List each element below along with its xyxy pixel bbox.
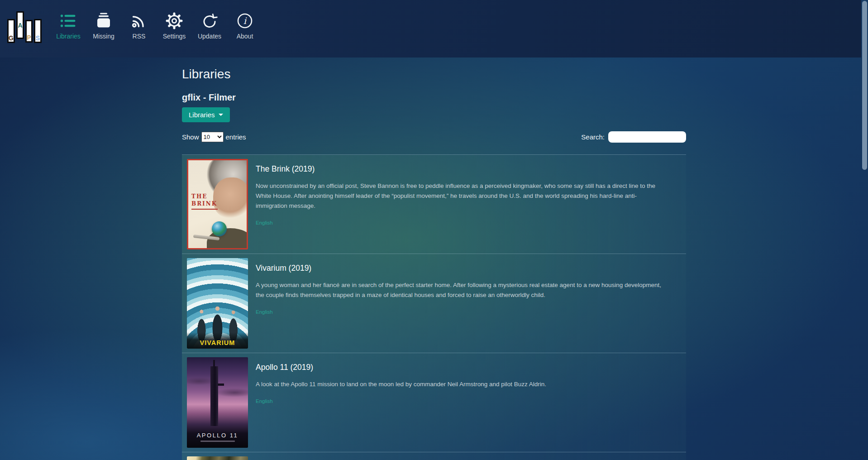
list-icon [59,11,77,30]
apollo-11-poster: APOLLO 11 [187,357,248,448]
library-subtitle: gflix - Filmer [182,92,686,103]
partial-movie-poster [187,456,248,460]
movie-info: Apollo 11 (2019) A look at the Apollo 11… [256,357,546,448]
logo-letter-s: S [34,19,42,43]
movie-title: The Brink (2019) [256,164,665,174]
info-circle-icon: i [236,11,254,30]
caret-down-icon [219,114,223,116]
movie-language: English [256,398,546,404]
poster-art-globe [212,221,227,236]
svg-text:i: i [243,15,247,26]
content-area: Libraries gflix - Filmer Libraries Show … [182,67,686,460]
logo-letter-p: P [25,20,33,43]
search-input[interactable] [608,131,686,143]
poster-art-caption-line [200,441,235,442]
movie-info: The Brink (2019) Now unconstrained by an… [256,159,665,249]
libraries-dropdown-label: Libraries [189,111,215,119]
page-length-select[interactable]: 10 [201,132,224,142]
search-control: Search: [581,131,686,143]
logo-letter-g: G [7,19,15,43]
movie-row-partial[interactable] [182,452,686,460]
movie-title: Apollo 11 (2019) [256,363,546,372]
refresh-icon [200,11,219,30]
nav-item-libraries[interactable]: Libraries [51,6,86,40]
movie-language: English [256,309,665,315]
nav-item-settings[interactable]: Settings [157,6,192,40]
poster-art-spire [213,360,215,367]
nav-label: Updates [198,33,221,40]
poster-art-launch-tower [210,366,218,426]
scrollbar-thumb[interactable] [862,1,867,170]
poster-title-text: THE BRINK [191,193,218,210]
page-title: Libraries [182,67,686,81]
nav-label: RSS [133,33,146,40]
movie-title: Vivarium (2019) [256,264,665,273]
nav-item-updates[interactable]: Updates [192,6,227,40]
movie-language: English [256,220,665,225]
poster-art-face [213,177,248,219]
top-navbar: G A P S Libraries [0,0,861,58]
nav-label: About [237,33,253,40]
main-nav: Libraries Missing [51,6,262,40]
movie-row-vivarium[interactable]: VIVARIUM Vivarium (2019) A young woman a… [182,254,686,353]
scrollbar-track[interactable] [861,0,868,460]
library-movie-table: THE BRINK The Brink (2019) Now unconstra… [182,154,686,460]
nav-label: Missing [93,33,114,40]
libraries-dropdown-button[interactable]: Libraries [182,107,230,122]
nav-item-missing[interactable]: Missing [86,6,121,40]
movie-row-the-brink[interactable]: THE BRINK The Brink (2019) Now unconstra… [182,155,686,254]
gaps-logo[interactable]: G A P S [7,6,44,44]
show-label: Show [182,133,199,141]
poster-title-text: APOLLO 11 [187,432,248,439]
the-brink-poster: THE BRINK [187,159,248,249]
movie-row-apollo-11[interactable]: APOLLO 11 Apollo 11 (2019) A look at the… [182,353,686,452]
nav-item-rss[interactable]: RSS [121,6,157,40]
gear-icon [165,11,183,30]
nav-item-about[interactable]: i About [227,6,262,40]
movie-description: Now unconstrained by an official post, S… [256,181,665,211]
search-label: Search: [581,133,605,141]
inbox-stack-icon [95,11,113,30]
page-length-control: Show 10 entries [182,132,246,142]
logo-letter-a: A [16,11,24,39]
nav-label: Libraries [56,33,81,40]
table-controls: Show 10 entries Search: [182,131,686,143]
rss-icon [130,11,148,30]
poster-art-arm [218,383,224,386]
movie-info: Vivarium (2019) A young woman and her fi… [256,258,665,349]
movie-description: A look at the Apollo 11 mission to land … [256,379,546,389]
movie-description: A young woman and her fiancé are in sear… [256,280,665,300]
nav-label: Settings [163,33,186,40]
entries-label: entries [226,133,246,141]
vivarium-poster: VIVARIUM [187,258,248,349]
poster-title-text: VIVARIUM [187,339,248,346]
